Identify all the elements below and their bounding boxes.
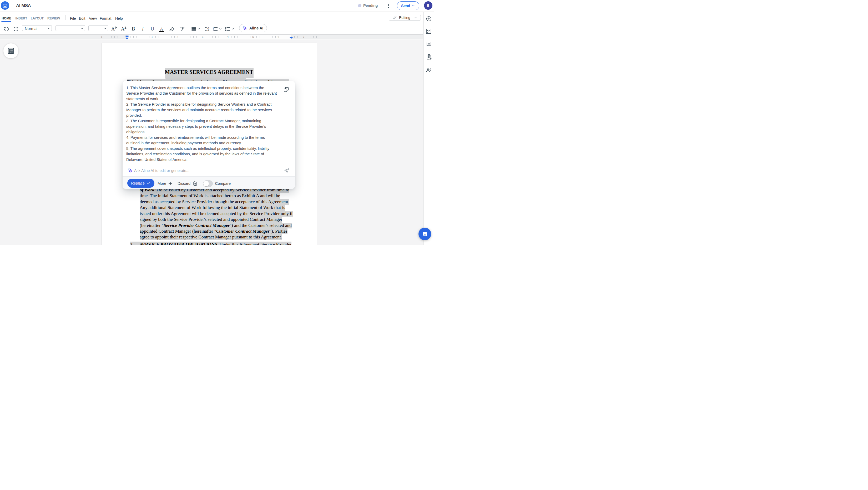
svg-text:A: A	[207, 29, 209, 32]
svg-text:3: 3	[213, 30, 214, 32]
